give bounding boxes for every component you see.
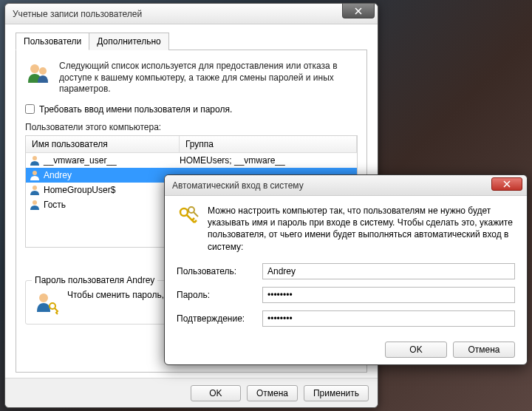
- modal-footer: OK Отмена: [165, 342, 527, 367]
- list-header: Имя пользователя Группа: [26, 136, 357, 153]
- tab-strip: Пользователи Дополнительно: [16, 32, 367, 50]
- user-field-label: Пользователь:: [177, 266, 262, 276]
- svg-point-5: [33, 200, 37, 205]
- main-titlebar[interactable]: Учетные записи пользователей: [5, 4, 378, 24]
- close-icon: [355, 7, 362, 15]
- intro-text: Следующий список используется для предос…: [59, 61, 358, 95]
- user-name: __vmware_user__: [44, 155, 117, 166]
- svg-point-3: [33, 171, 37, 175]
- svg-point-0: [30, 64, 39, 73]
- user-name: Гость: [44, 200, 66, 210]
- password-field-label: Пароль:: [177, 290, 262, 300]
- require-login-row: Требовать ввод имени пользователя и паро…: [25, 104, 358, 115]
- user-head-icon: [29, 169, 41, 181]
- column-header-name[interactable]: Имя пользователя: [26, 136, 180, 152]
- modal-body: Можно настроить компьютер так, что польз…: [165, 196, 527, 342]
- svg-point-6: [39, 293, 48, 302]
- user-head-icon: [29, 199, 41, 211]
- modal-ok-button[interactable]: OK: [385, 342, 447, 358]
- svg-point-1: [39, 67, 47, 75]
- user-name: HomeGroupUser$: [44, 185, 115, 195]
- main-footer: OK Отмена Применить: [5, 378, 378, 407]
- modal-intro-text: Можно настроить компьютер так, что польз…: [208, 205, 515, 253]
- svg-point-8: [180, 208, 188, 216]
- main-ok-button[interactable]: OK: [191, 385, 241, 401]
- svg-point-9: [188, 207, 194, 213]
- tab-advanced[interactable]: Дополнительно: [89, 33, 168, 50]
- password-groupbox-title: Пароль пользователя Andrey: [32, 275, 157, 285]
- modal-intro: Можно настроить компьютер так, что польз…: [177, 205, 515, 253]
- main-cancel-button[interactable]: Отмена: [247, 385, 298, 401]
- user-field-row: Пользователь:: [177, 263, 515, 279]
- require-login-label: Требовать ввод имени пользователя и паро…: [39, 104, 232, 115]
- keys-icon: [177, 205, 200, 228]
- auto-logon-dialog: Автоматический вход в систему Можно наст…: [164, 174, 528, 365]
- users-icon: [25, 61, 52, 87]
- main-close-button[interactable]: [342, 4, 375, 18]
- intro-block: Следующий список используется для предос…: [25, 61, 358, 95]
- modal-titlebar[interactable]: Автоматический вход в систему: [165, 175, 527, 196]
- user-group: HOMEUsers; __vmware__: [180, 155, 354, 166]
- svg-point-2: [33, 156, 37, 160]
- user-head-icon: [29, 154, 41, 166]
- user-key-icon: [33, 290, 60, 316]
- tab-users[interactable]: Пользователи: [16, 33, 89, 50]
- confirm-field-label: Подтверждение:: [177, 313, 262, 324]
- modal-title: Автоматический вход в систему: [172, 180, 304, 191]
- modal-close-button[interactable]: [491, 177, 522, 191]
- main-apply-button[interactable]: Применить: [304, 385, 369, 401]
- svg-point-7: [50, 303, 55, 309]
- modal-cancel-button[interactable]: Отмена: [453, 342, 515, 358]
- list-item[interactable]: __vmware_user__ HOMEUsers; __vmware__: [26, 153, 357, 168]
- column-header-group[interactable]: Группа: [180, 136, 357, 152]
- user-name: Andrey: [44, 170, 72, 180]
- require-login-checkbox[interactable]: [25, 104, 35, 114]
- password-field-input[interactable]: [262, 287, 515, 303]
- svg-point-4: [33, 186, 37, 190]
- main-window-title: Учетные записи пользователей: [13, 9, 142, 19]
- user-field-input[interactable]: [262, 263, 515, 279]
- users-list-label: Пользователи этого компьютера:: [25, 122, 358, 132]
- confirm-field-row: Подтверждение:: [177, 310, 515, 327]
- user-head-icon: [29, 184, 41, 196]
- close-icon: [503, 180, 511, 188]
- confirm-field-input[interactable]: [262, 310, 515, 327]
- password-field-row: Пароль:: [177, 287, 515, 303]
